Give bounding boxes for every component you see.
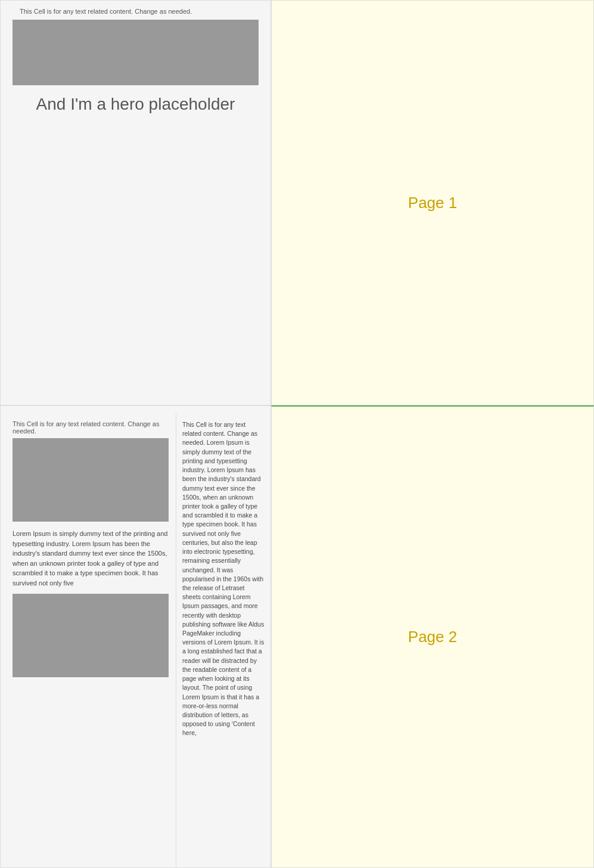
page-label-2: Page 2 <box>408 628 457 646</box>
body-text-left: Lorem Ipsum is simply dummy text of the … <box>13 529 169 588</box>
row-1: This Cell is for any text related conten… <box>0 0 594 405</box>
image-placeholder-2a <box>13 438 169 522</box>
sub-col-right: This Cell is for any text related conten… <box>176 413 270 867</box>
row-2: This Cell is for any text related conten… <box>0 405 594 868</box>
image-placeholder-1 <box>13 20 259 85</box>
image-placeholder-2b <box>13 594 169 677</box>
body-text-right: This Cell is for any text related conten… <box>182 420 265 738</box>
page-label-1: Page 1 <box>408 194 457 212</box>
cell-label-1: This Cell is for any text related conten… <box>13 8 259 15</box>
cell-label-2a: This Cell is for any text related conten… <box>13 420 169 435</box>
col-right-1: Page 1 <box>271 0 594 405</box>
sub-col-left: This Cell is for any text related conten… <box>1 413 176 867</box>
hero-text: And I'm a hero placeholder <box>13 95 259 114</box>
col-left-2: This Cell is for any text related conten… <box>0 405 271 868</box>
page-container: This Cell is for any text related conten… <box>0 0 594 868</box>
col-left-1: This Cell is for any text related conten… <box>0 0 271 405</box>
col-right-2: Page 2 <box>271 405 594 868</box>
